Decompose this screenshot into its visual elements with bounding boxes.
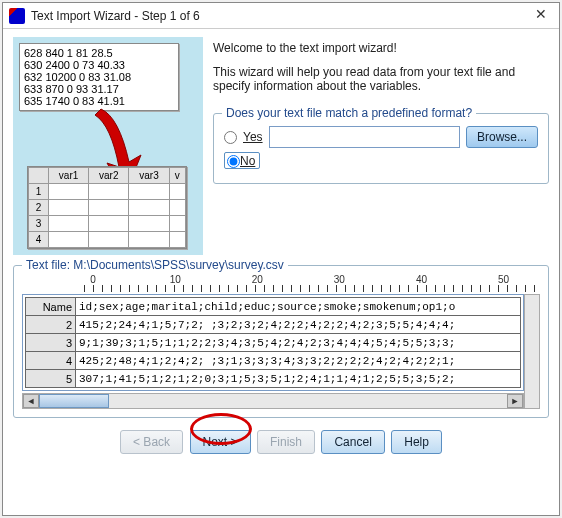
illustration-panel: 628 840 1 81 28.5 630 2400 0 73 40.33 63… [13, 37, 203, 255]
welcome-body: This wizard will help you read data from… [213, 65, 549, 93]
close-icon[interactable]: ✕ [529, 6, 553, 26]
app-icon [9, 8, 25, 24]
horizontal-scrollbar[interactable]: ◄ ► [22, 393, 524, 409]
scroll-right-icon[interactable]: ► [507, 394, 523, 408]
radio-yes-label: Yes [243, 130, 263, 144]
finish-button: Finish [257, 430, 315, 454]
predefined-format-group: Does your text file match a predefined f… [213, 113, 549, 184]
wizard-window: Text Import Wizard - Step 1 of 6 ✕ 628 8… [2, 2, 560, 516]
radio-yes[interactable] [224, 131, 237, 144]
radio-no[interactable] [227, 155, 240, 168]
text-file-preview-group: Text file: M:\Documents\SPSS\survey\surv… [13, 265, 549, 418]
preview-table: Nameid;sex;age;marital;child;educ;source… [22, 294, 524, 391]
sample-text-box: 628 840 1 81 28.5 630 2400 0 73 40.33 63… [19, 43, 179, 111]
format-legend: Does your text file match a predefined f… [222, 106, 476, 120]
cancel-button[interactable]: Cancel [321, 430, 384, 454]
ruler: 0 10 20 30 40 50 [84, 274, 540, 292]
sample-grid: var1var2var3v 1 2 3 4 [27, 166, 187, 249]
browse-button[interactable]: Browse... [466, 126, 538, 148]
back-button: < Back [120, 430, 183, 454]
preview-legend: Text file: M:\Documents\SPSS\survey\surv… [22, 258, 288, 272]
help-button[interactable]: Help [391, 430, 442, 454]
scroll-left-icon[interactable]: ◄ [23, 394, 39, 408]
radio-no-label: No [240, 154, 255, 168]
next-button[interactable]: Next > [190, 430, 251, 454]
title-bar: Text Import Wizard - Step 1 of 6 ✕ [3, 3, 559, 29]
welcome-title: Welcome to the text import wizard! [213, 41, 549, 55]
vertical-scrollbar[interactable] [524, 294, 540, 409]
format-path-input[interactable] [269, 126, 460, 148]
scroll-thumb[interactable] [39, 394, 109, 408]
window-title: Text Import Wizard - Step 1 of 6 [31, 9, 529, 23]
